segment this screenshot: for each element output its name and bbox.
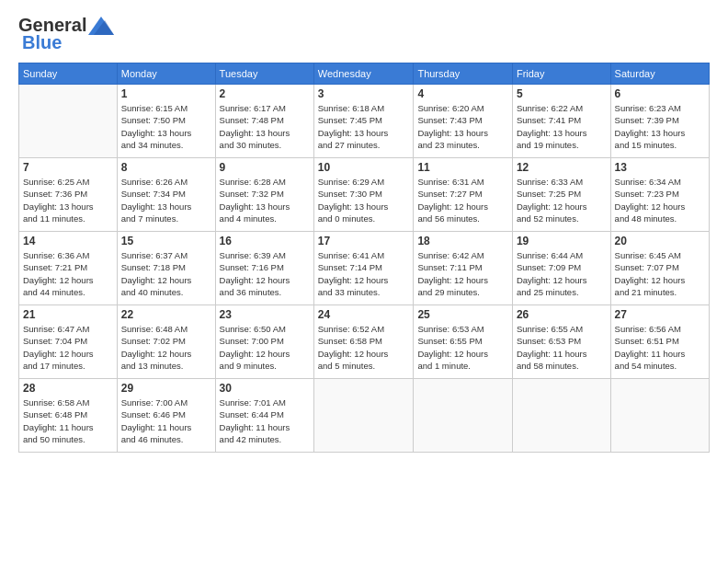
col-tuesday: Tuesday [215, 63, 313, 85]
calendar-cell: 17Sunrise: 6:41 AM Sunset: 7:14 PM Dayli… [313, 232, 414, 305]
calendar-cell: 18Sunrise: 6:42 AM Sunset: 7:11 PM Dayli… [414, 232, 513, 305]
col-thursday: Thursday [414, 63, 513, 85]
day-info: Sunrise: 6:37 AM Sunset: 7:18 PM Dayligh… [121, 249, 211, 298]
day-info: Sunrise: 6:53 AM Sunset: 6:55 PM Dayligh… [417, 323, 508, 372]
day-number: 14 [23, 235, 113, 247]
calendar-cell: 5Sunrise: 6:22 AM Sunset: 7:41 PM Daylig… [512, 85, 610, 158]
day-number: 30 [220, 382, 310, 395]
calendar-cell: 20Sunrise: 6:45 AM Sunset: 7:07 PM Dayli… [610, 232, 709, 305]
day-info: Sunrise: 6:18 AM Sunset: 7:45 PM Dayligh… [318, 102, 410, 151]
day-info: Sunrise: 6:50 AM Sunset: 7:00 PM Dayligh… [220, 323, 310, 372]
calendar-cell: 29Sunrise: 7:00 AM Sunset: 6:46 PM Dayli… [117, 379, 215, 453]
logo-icon [88, 17, 114, 35]
calendar-cell [512, 379, 610, 453]
day-number: 13 [615, 161, 705, 174]
day-number: 16 [220, 235, 310, 247]
calendar-cell: 23Sunrise: 6:50 AM Sunset: 7:00 PM Dayli… [215, 305, 313, 379]
col-friday: Friday [512, 63, 610, 85]
calendar-cell: 28Sunrise: 6:58 AM Sunset: 6:48 PM Dayli… [19, 379, 118, 453]
col-saturday: Saturday [610, 63, 709, 85]
logo-blue: Blue [22, 32, 62, 53]
day-number: 9 [220, 161, 310, 174]
calendar-cell [414, 379, 513, 453]
calendar-cell: 19Sunrise: 6:44 AM Sunset: 7:09 PM Dayli… [512, 232, 610, 305]
day-info: Sunrise: 6:55 AM Sunset: 6:53 PM Dayligh… [517, 323, 607, 372]
day-number: 20 [615, 235, 705, 247]
day-info: Sunrise: 6:56 AM Sunset: 6:51 PM Dayligh… [615, 323, 705, 372]
day-info: Sunrise: 6:23 AM Sunset: 7:39 PM Dayligh… [615, 102, 705, 151]
day-number: 26 [517, 308, 607, 321]
day-info: Sunrise: 6:20 AM Sunset: 7:43 PM Dayligh… [417, 102, 508, 151]
day-number: 8 [121, 161, 211, 174]
day-number: 24 [318, 308, 410, 321]
col-wednesday: Wednesday [313, 63, 414, 85]
day-info: Sunrise: 6:44 AM Sunset: 7:09 PM Dayligh… [517, 249, 607, 298]
calendar-cell: 14Sunrise: 6:36 AM Sunset: 7:21 PM Dayli… [19, 232, 118, 305]
day-number: 1 [121, 87, 211, 100]
col-sunday: Sunday [19, 63, 118, 85]
day-info: Sunrise: 6:28 AM Sunset: 7:32 PM Dayligh… [220, 176, 310, 224]
day-info: Sunrise: 6:41 AM Sunset: 7:14 PM Dayligh… [318, 249, 410, 298]
calendar-cell: 10Sunrise: 6:29 AM Sunset: 7:30 PM Dayli… [313, 158, 414, 232]
day-info: Sunrise: 6:39 AM Sunset: 7:16 PM Dayligh… [220, 249, 310, 298]
day-number: 18 [417, 235, 508, 247]
day-number: 23 [220, 308, 310, 321]
calendar-cell: 26Sunrise: 6:55 AM Sunset: 6:53 PM Dayli… [512, 305, 610, 379]
col-monday: Monday [117, 63, 215, 85]
day-info: Sunrise: 6:33 AM Sunset: 7:25 PM Dayligh… [517, 176, 607, 224]
day-number: 11 [417, 161, 508, 174]
day-number: 21 [23, 308, 113, 321]
calendar-week-row: 14Sunrise: 6:36 AM Sunset: 7:21 PM Dayli… [19, 232, 710, 305]
calendar-cell: 21Sunrise: 6:47 AM Sunset: 7:04 PM Dayli… [19, 305, 118, 379]
calendar-cell: 7Sunrise: 6:25 AM Sunset: 7:36 PM Daylig… [19, 158, 118, 232]
day-info: Sunrise: 6:48 AM Sunset: 7:02 PM Dayligh… [121, 323, 211, 372]
day-number: 15 [121, 235, 211, 247]
day-number: 29 [121, 382, 211, 395]
calendar-cell: 24Sunrise: 6:52 AM Sunset: 6:58 PM Dayli… [313, 305, 414, 379]
calendar-cell: 8Sunrise: 6:26 AM Sunset: 7:34 PM Daylig… [117, 158, 215, 232]
calendar-cell: 3Sunrise: 6:18 AM Sunset: 7:45 PM Daylig… [313, 85, 414, 158]
day-number: 28 [23, 382, 113, 395]
calendar-cell: 12Sunrise: 6:33 AM Sunset: 7:25 PM Dayli… [512, 158, 610, 232]
day-number: 4 [417, 87, 508, 100]
day-info: Sunrise: 6:47 AM Sunset: 7:04 PM Dayligh… [23, 323, 113, 372]
calendar-cell: 13Sunrise: 6:34 AM Sunset: 7:23 PM Dayli… [610, 158, 709, 232]
day-number: 10 [318, 161, 410, 174]
calendar-cell [313, 379, 414, 453]
day-info: Sunrise: 6:25 AM Sunset: 7:36 PM Dayligh… [23, 176, 113, 224]
calendar-cell: 4Sunrise: 6:20 AM Sunset: 7:43 PM Daylig… [414, 85, 513, 158]
day-info: Sunrise: 6:22 AM Sunset: 7:41 PM Dayligh… [517, 102, 607, 151]
day-number: 6 [615, 87, 705, 100]
day-info: Sunrise: 6:52 AM Sunset: 6:58 PM Dayligh… [318, 323, 410, 372]
day-number: 5 [517, 87, 607, 100]
calendar-table: Sunday Monday Tuesday Wednesday Thursday… [18, 63, 710, 453]
day-info: Sunrise: 6:26 AM Sunset: 7:34 PM Dayligh… [121, 176, 211, 224]
day-info: Sunrise: 6:36 AM Sunset: 7:21 PM Dayligh… [23, 249, 113, 298]
day-info: Sunrise: 6:45 AM Sunset: 7:07 PM Dayligh… [615, 249, 705, 298]
day-info: Sunrise: 6:42 AM Sunset: 7:11 PM Dayligh… [417, 249, 508, 298]
calendar-cell: 2Sunrise: 6:17 AM Sunset: 7:48 PM Daylig… [215, 85, 313, 158]
calendar-cell: 1Sunrise: 6:15 AM Sunset: 7:50 PM Daylig… [117, 85, 215, 158]
calendar-cell: 11Sunrise: 6:31 AM Sunset: 7:27 PM Dayli… [414, 158, 513, 232]
day-number: 27 [615, 308, 705, 321]
calendar-week-row: 7Sunrise: 6:25 AM Sunset: 7:36 PM Daylig… [19, 158, 710, 232]
day-number: 2 [220, 87, 310, 100]
page-header: General Blue [18, 15, 710, 53]
day-number: 3 [318, 87, 410, 100]
day-number: 25 [417, 308, 508, 321]
calendar-cell: 25Sunrise: 6:53 AM Sunset: 6:55 PM Dayli… [414, 305, 513, 379]
calendar-cell: 15Sunrise: 6:37 AM Sunset: 7:18 PM Dayli… [117, 232, 215, 305]
day-info: Sunrise: 6:34 AM Sunset: 7:23 PM Dayligh… [615, 176, 705, 224]
calendar-cell: 22Sunrise: 6:48 AM Sunset: 7:02 PM Dayli… [117, 305, 215, 379]
day-number: 7 [23, 161, 113, 174]
calendar-header-row: Sunday Monday Tuesday Wednesday Thursday… [19, 63, 710, 85]
calendar-cell: 30Sunrise: 7:01 AM Sunset: 6:44 PM Dayli… [215, 379, 313, 453]
day-info: Sunrise: 6:15 AM Sunset: 7:50 PM Dayligh… [121, 102, 211, 151]
calendar-cell: 27Sunrise: 6:56 AM Sunset: 6:51 PM Dayli… [610, 305, 709, 379]
calendar-week-row: 21Sunrise: 6:47 AM Sunset: 7:04 PM Dayli… [19, 305, 710, 379]
day-info: Sunrise: 6:17 AM Sunset: 7:48 PM Dayligh… [220, 102, 310, 151]
calendar-cell: 9Sunrise: 6:28 AM Sunset: 7:32 PM Daylig… [215, 158, 313, 232]
day-info: Sunrise: 7:00 AM Sunset: 6:46 PM Dayligh… [121, 396, 211, 445]
day-number: 17 [318, 235, 410, 247]
day-info: Sunrise: 6:29 AM Sunset: 7:30 PM Dayligh… [318, 176, 410, 224]
